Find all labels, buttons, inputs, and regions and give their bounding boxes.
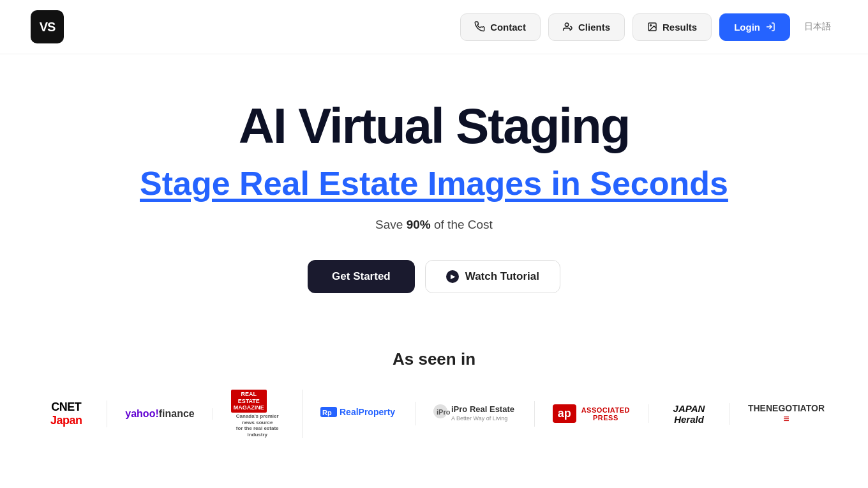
logo-ap: ap ASSOCIATED PRESS (535, 404, 648, 423)
svg-point-0 (565, 23, 568, 26)
results-label: Results (662, 22, 697, 33)
logo-japanherald: JAPAN Herald (648, 403, 730, 425)
svg-text:RealProperty: RealProperty (340, 407, 395, 417)
svg-text:iPro Real Estate: iPro Real Estate (451, 404, 514, 414)
svg-text:A Better Way of Living: A Better Way of Living (451, 415, 507, 422)
language-label: 日本語 (804, 21, 831, 31)
contact-button[interactable]: Contact (460, 13, 541, 41)
logo-realproperty: Rp RealProperty (303, 402, 415, 425)
icon-upload (0, 477, 217, 488)
logo-ipro: iPro iPro Real Estate A Better Way of Li… (415, 401, 535, 427)
hero-subtitle: Stage Real Estate Images in Seconds (26, 164, 842, 202)
clients-label: Clients (578, 22, 610, 33)
logos-row: CNET Japan yahoo!finance REALESTATEMAGAZ… (26, 390, 842, 438)
watch-tutorial-label: Watch Tutorial (465, 270, 539, 283)
logo-cnet: CNET Japan (26, 400, 107, 427)
results-icon (647, 22, 657, 32)
play-icon: ▶ (446, 270, 459, 283)
as-seen-title: As seen in (26, 349, 842, 369)
clients-button[interactable]: Clients (548, 13, 625, 41)
svg-point-2 (650, 25, 652, 26)
svg-text:iPro: iPro (437, 408, 451, 416)
realproperty-svg: Rp RealProperty (320, 402, 397, 422)
logo[interactable]: VS (31, 10, 64, 43)
login-icon (765, 22, 775, 32)
header: VS Contact Clients Results Login 日本語 (0, 0, 868, 54)
logo-rem: REALESTATEMAGAZINE Canada's premier news… (213, 390, 303, 438)
nav-right: Contact Clients Results Login 日本語 (460, 13, 837, 41)
bottom-icons-row: SUBMIT (0, 457, 868, 488)
hero-buttons: Get Started ▶ Watch Tutorial (26, 260, 842, 293)
get-started-button[interactable]: Get Started (308, 260, 415, 293)
as-seen-in-section: As seen in CNET Japan yahoo!finance REAL… (0, 324, 868, 457)
logo-text: VS (40, 20, 56, 34)
clients-icon (563, 22, 573, 32)
icon-submit: SUBMIT (434, 477, 651, 488)
logo-negotiator: THENEGOTIATOR ≡ (730, 403, 842, 425)
phone-icon (475, 22, 485, 32)
login-button[interactable]: Login (719, 13, 790, 41)
desc-suffix: of the Cost (431, 218, 493, 231)
login-label: Login (734, 22, 760, 33)
icon-result (651, 477, 868, 488)
contact-label: Contact (490, 22, 526, 33)
results-button[interactable]: Results (632, 13, 712, 41)
desc-highlight: 90% (407, 218, 431, 231)
watch-tutorial-button[interactable]: ▶ Watch Tutorial (425, 260, 560, 293)
svg-text:Rp: Rp (322, 409, 332, 416)
ipro-svg: iPro iPro Real Estate A Better Way of Li… (433, 401, 516, 427)
logo-yahoo: yahoo!finance (107, 408, 213, 420)
hero-description: Save 90% of the Cost (26, 218, 842, 232)
icon-click (217, 477, 434, 488)
hero-title: AI Virtual Staging (26, 100, 842, 153)
hero-section: AI Virtual Staging Stage Real Estate Ima… (0, 54, 868, 324)
language-button[interactable]: 日本語 (798, 16, 837, 38)
desc-prefix: Save (375, 218, 407, 231)
